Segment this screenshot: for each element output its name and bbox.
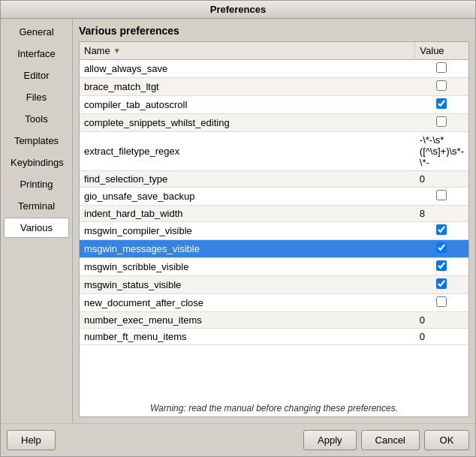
footer: Help Apply Cancel OK <box>1 423 475 456</box>
sidebar-item-interface[interactable]: Interface <box>4 44 69 64</box>
sort-icon: ▼ <box>113 47 121 55</box>
ok-button[interactable]: OK <box>424 430 469 450</box>
sidebar-item-templates[interactable]: Templates <box>4 131 69 151</box>
pref-value-cell[interactable] <box>415 96 468 114</box>
table-row[interactable]: msgwin_scribble_visible <box>80 258 468 276</box>
sidebar-item-terminal[interactable]: Terminal <box>4 196 69 216</box>
footer-right: Apply Cancel OK <box>303 430 469 450</box>
pref-value-cell[interactable] <box>415 114 468 132</box>
table-row[interactable]: msgwin_status_visible <box>80 276 468 294</box>
table-row[interactable]: indent_hard_tab_width8 <box>80 206 468 222</box>
preferences-table-container: Name ▼ Value allow_always_savebrace_matc… <box>79 41 469 417</box>
pref-name-cell: msgwin_status_visible <box>80 276 415 294</box>
pref-value-cell: -\*-\s*([^\s]+)\s*-\*- <box>415 132 468 171</box>
pref-checkbox[interactable] <box>436 190 447 200</box>
sidebar-item-files[interactable]: Files <box>4 87 69 107</box>
pref-value-cell: 0 <box>415 329 468 345</box>
table-row[interactable]: complete_snippets_whilst_editing <box>80 114 468 132</box>
table-row[interactable]: number_ft_menu_items0 <box>80 329 468 345</box>
cancel-button[interactable]: Cancel <box>361 430 420 450</box>
table-row[interactable]: number_exec_menu_items0 <box>80 312 468 329</box>
preferences-dialog: Preferences GeneralInterfaceEditorFilesT… <box>0 0 476 457</box>
pref-checkbox[interactable] <box>436 278 447 289</box>
pref-name-cell: number_ft_menu_items <box>80 329 415 345</box>
pref-name-cell: gio_unsafe_save_backup <box>80 188 415 206</box>
table-row[interactable]: compiler_tab_autoscroll <box>80 96 468 114</box>
table-row[interactable]: gio_unsafe_save_backup <box>80 188 468 206</box>
sidebar: GeneralInterfaceEditorFilesToolsTemplate… <box>1 19 73 423</box>
table-row[interactable]: msgwin_messages_visible <box>80 240 468 258</box>
pref-name-cell: allow_always_save <box>80 60 415 78</box>
table-row[interactable]: allow_always_save <box>80 60 468 78</box>
table-row[interactable]: brace_match_ltgt <box>80 78 468 96</box>
preferences-table: Name ▼ Value allow_always_savebrace_matc… <box>80 42 468 345</box>
pref-name-cell: msgwin_compiler_visible <box>80 222 415 240</box>
pref-checkbox[interactable] <box>436 98 447 109</box>
pref-value-cell[interactable] <box>415 276 468 294</box>
name-column-header[interactable]: Name ▼ <box>80 42 415 60</box>
sidebar-item-editor[interactable]: Editor <box>4 65 69 86</box>
pref-checkbox[interactable] <box>436 224 447 235</box>
dialog-title: Preferences <box>210 4 266 15</box>
help-button[interactable]: Help <box>7 430 56 450</box>
table-scroll[interactable]: Name ▼ Value allow_always_savebrace_matc… <box>80 42 468 398</box>
pref-name-cell: indent_hard_tab_width <box>80 206 415 222</box>
sidebar-item-tools[interactable]: Tools <box>4 109 69 129</box>
pref-value-cell[interactable] <box>415 60 468 78</box>
pref-name-cell: brace_match_ltgt <box>80 78 415 96</box>
pref-name-cell: msgwin_messages_visible <box>80 240 415 258</box>
pref-value-cell[interactable] <box>415 240 468 258</box>
pref-name-cell: new_document_after_close <box>80 294 415 312</box>
pref-value-cell[interactable] <box>415 188 468 206</box>
pref-name-cell: extract_filetype_regex <box>80 132 415 171</box>
pref-checkbox[interactable] <box>436 260 447 271</box>
sidebar-item-keybindings[interactable]: Keybindings <box>4 152 69 173</box>
main-panel: Various preferences Name ▼ <box>73 19 475 423</box>
sidebar-item-general[interactable]: General <box>4 22 69 42</box>
pref-name-cell: number_exec_menu_items <box>80 312 415 329</box>
warning-text: Warning: read the manual before changing… <box>80 398 468 416</box>
pref-value-cell: 0 <box>415 171 468 188</box>
pref-value-cell: 8 <box>415 206 468 222</box>
pref-checkbox[interactable] <box>436 116 447 127</box>
pref-name-cell: compiler_tab_autoscroll <box>80 96 415 114</box>
table-row[interactable]: new_document_after_close <box>80 294 468 312</box>
value-column-header: Value <box>415 42 468 60</box>
panel-title: Various preferences <box>79 25 469 37</box>
pref-value-cell[interactable] <box>415 78 468 96</box>
pref-checkbox[interactable] <box>436 296 447 307</box>
pref-name-cell: msgwin_scribble_visible <box>80 258 415 276</box>
pref-name-cell: find_selection_type <box>80 171 415 188</box>
pref-checkbox[interactable] <box>436 62 447 73</box>
pref-checkbox[interactable] <box>436 80 447 91</box>
pref-value-cell[interactable] <box>415 258 468 276</box>
pref-value-cell: 0 <box>415 312 468 329</box>
table-row[interactable]: extract_filetype_regex-\*-\s*([^\s]+)\s*… <box>80 132 468 171</box>
pref-value-cell[interactable] <box>415 294 468 312</box>
table-row[interactable]: find_selection_type0 <box>80 171 468 188</box>
sidebar-item-printing[interactable]: Printing <box>4 174 69 194</box>
table-row[interactable]: msgwin_compiler_visible <box>80 222 468 240</box>
pref-name-cell: complete_snippets_whilst_editing <box>80 114 415 132</box>
pref-value-cell[interactable] <box>415 222 468 240</box>
pref-checkbox[interactable] <box>436 242 447 253</box>
content-area: GeneralInterfaceEditorFilesToolsTemplate… <box>1 19 475 423</box>
title-bar: Preferences <box>1 1 475 19</box>
apply-button[interactable]: Apply <box>303 430 357 450</box>
sidebar-item-various[interactable]: Various <box>4 218 69 238</box>
